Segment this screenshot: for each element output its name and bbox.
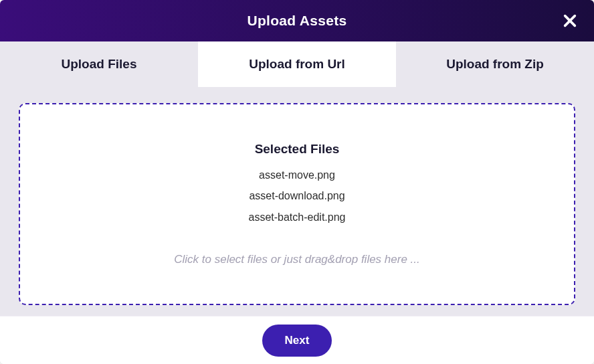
tab-label: Upload from Zip (446, 57, 544, 72)
tab-upload-from-url[interactable]: Upload from Url (198, 41, 396, 87)
tab-label: Upload Files (62, 57, 137, 72)
tab-upload-from-zip[interactable]: Upload from Zip (396, 41, 594, 87)
selected-files-heading: Selected Files (255, 142, 340, 157)
close-icon (563, 13, 577, 28)
tab-upload-files[interactable]: Upload Files (0, 41, 198, 87)
modal-body: Selected Files asset-move.png asset-down… (0, 87, 594, 316)
next-button-label: Next (285, 334, 310, 347)
selected-file-item: asset-download.png (249, 185, 344, 206)
upload-assets-modal: Upload Assets Upload Files Upload from U… (0, 0, 594, 364)
file-dropzone[interactable]: Selected Files asset-move.png asset-down… (19, 103, 575, 305)
modal-title: Upload Assets (248, 13, 347, 29)
tab-bar: Upload Files Upload from Url Upload from… (0, 41, 594, 87)
tab-label: Upload from Url (249, 57, 345, 72)
dropzone-hint: Click to select files or just drag&drop … (174, 253, 420, 266)
modal-header: Upload Assets (0, 0, 594, 41)
modal-footer: Next (0, 316, 594, 364)
close-button[interactable] (561, 11, 579, 30)
selected-file-item: asset-move.png (259, 165, 335, 185)
next-button[interactable]: Next (262, 325, 332, 357)
selected-file-item: asset-batch-edit.png (249, 207, 346, 227)
